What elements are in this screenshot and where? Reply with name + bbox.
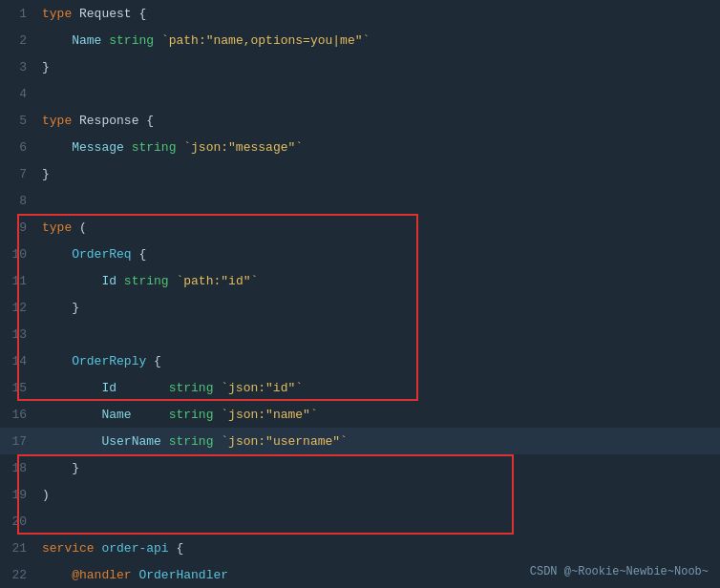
code-line: 20: [0, 508, 720, 535]
line-number: 1: [0, 7, 38, 21]
line-number: 9: [0, 220, 38, 235]
code-line: 1type Request {: [0, 0, 720, 27]
line-number: 19: [0, 488, 38, 502]
line-content: OrderReq {: [38, 247, 720, 262]
line-content: OrderReply {: [38, 354, 720, 368]
line-content: type (: [38, 220, 720, 235]
line-number: 20: [0, 514, 38, 529]
code-line: 7}: [0, 160, 720, 187]
code-line: 3}: [0, 53, 720, 80]
line-number: 3: [0, 60, 38, 74]
line-number: 6: [0, 140, 38, 155]
line-number: 15: [0, 381, 38, 395]
line-number: 4: [0, 87, 38, 101]
code-line: 5type Response {: [0, 107, 720, 134]
line-content: Message string `json:"message"`: [38, 140, 720, 155]
line-number: 13: [0, 327, 38, 342]
code-line: 11 Id string `path:"id"`: [0, 267, 720, 294]
line-number: 14: [0, 354, 38, 368]
code-line: 8: [0, 187, 720, 214]
code-line: 19): [0, 481, 720, 508]
line-content: }: [38, 301, 720, 315]
code-editor: 1type Request {2 Name string `path:"name…: [0, 0, 720, 588]
line-number: 10: [0, 247, 38, 262]
line-content: }: [38, 60, 720, 74]
watermark: CSDN @~Rookie~Newbie~Noob~: [530, 565, 709, 578]
code-line: 4: [0, 80, 720, 107]
line-content: Name string `path:"name,options=you|me"`: [38, 33, 720, 48]
line-number: 21: [0, 541, 38, 556]
code-line: 18 }: [0, 454, 720, 481]
line-content: UserName string `json:"username"`: [38, 434, 720, 449]
code-line: 2 Name string `path:"name,options=you|me…: [0, 27, 720, 53]
code-line: 17 UserName string `json:"username"`: [0, 428, 720, 454]
line-content: }: [38, 461, 720, 475]
line-number: 18: [0, 461, 38, 475]
line-number: 7: [0, 167, 38, 181]
line-content: type Request {: [38, 7, 720, 21]
line-content: Id string `json:"id"`: [38, 381, 720, 395]
code-line: 16 Name string `json:"name"`: [0, 401, 720, 428]
code-line: 15 Id string `json:"id"`: [0, 374, 720, 401]
line-content: }: [38, 167, 720, 181]
line-number: 8: [0, 194, 38, 208]
line-content: Name string `json:"name"`: [38, 408, 720, 422]
code-line: 21service order-api {: [0, 535, 720, 561]
code-line: 13: [0, 321, 720, 347]
line-number: 12: [0, 301, 38, 315]
code-line: 12 }: [0, 294, 720, 321]
code-line: 10 OrderReq {: [0, 241, 720, 267]
line-number: 22: [0, 568, 38, 582]
line-number: 5: [0, 114, 38, 128]
code-line: 9type (: [0, 214, 720, 241]
line-number: 11: [0, 274, 38, 288]
code-line: 14 OrderReply {: [0, 347, 720, 374]
line-number: 2: [0, 33, 38, 48]
line-content: type Response {: [38, 114, 720, 128]
line-content: Id string `path:"id"`: [38, 274, 720, 288]
code-line: 6 Message string `json:"message"`: [0, 134, 720, 160]
line-number: 16: [0, 408, 38, 422]
line-number: 17: [0, 434, 38, 449]
line-content: ): [38, 488, 720, 502]
line-content: service order-api {: [38, 541, 720, 556]
